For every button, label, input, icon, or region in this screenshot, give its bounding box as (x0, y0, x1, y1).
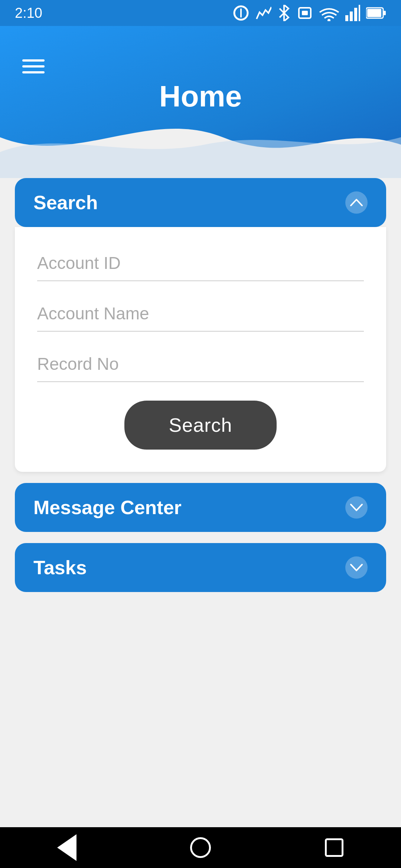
svg-rect-5 (345, 15, 348, 21)
hamburger-menu-button[interactable] (22, 56, 45, 77)
tasks-section: Tasks (15, 543, 386, 592)
tasks-chevron-down-icon (350, 563, 363, 572)
status-time: 2:10 (15, 5, 42, 21)
account-name-input[interactable] (37, 300, 364, 332)
search-section: Search Search (15, 178, 386, 472)
svg-rect-6 (350, 11, 353, 21)
search-collapse-icon (345, 191, 368, 214)
wave-decoration (0, 108, 401, 182)
status-bar: 2:10 (0, 0, 401, 26)
tasks-expand-icon (345, 556, 368, 579)
search-button-container: Search (37, 401, 364, 450)
main-content: Search Search M (0, 178, 401, 633)
message-center-header[interactable]: Message Center (15, 483, 386, 532)
svg-rect-10 (367, 9, 381, 17)
hamburger-line-1 (22, 59, 45, 62)
message-center-title: Message Center (33, 496, 182, 519)
signal1-icon (233, 5, 249, 21)
hamburger-line-2 (22, 65, 45, 68)
recent-icon (325, 838, 343, 857)
search-section-header[interactable]: Search (15, 178, 386, 227)
record-no-input[interactable] (37, 350, 364, 382)
tasks-header[interactable]: Tasks (15, 543, 386, 592)
svg-rect-3 (302, 11, 308, 15)
account-name-field (37, 300, 364, 332)
nav-back-button[interactable] (48, 835, 85, 861)
account-id-input[interactable] (37, 249, 364, 281)
search-section-title: Search (33, 191, 98, 214)
bluetooth-icon (277, 5, 291, 21)
message-center-section: Message Center (15, 483, 386, 532)
svg-rect-8 (359, 5, 360, 21)
nav-bar (0, 827, 401, 868)
chevron-down-icon (350, 503, 363, 512)
nav-recent-button[interactable] (316, 835, 353, 861)
battery-icon (366, 6, 386, 20)
svg-rect-11 (384, 11, 386, 15)
status-icons (233, 5, 386, 21)
search-button[interactable]: Search (124, 401, 277, 450)
nfc-icon (297, 5, 313, 21)
svg-point-4 (327, 19, 330, 21)
account-id-field (37, 249, 364, 281)
signal2-icon (255, 5, 271, 21)
svg-rect-7 (354, 8, 357, 21)
chevron-up-icon (350, 198, 363, 207)
back-icon (57, 834, 76, 861)
wifi-icon (319, 5, 339, 21)
message-center-expand-icon (345, 496, 368, 519)
header-hero: Home (0, 26, 401, 182)
cellular-icon (345, 5, 360, 21)
search-form-panel: Search (15, 227, 386, 472)
record-no-field (37, 350, 364, 382)
hamburger-line-3 (22, 71, 45, 73)
nav-home-button[interactable] (182, 835, 219, 861)
tasks-title: Tasks (33, 556, 87, 579)
home-icon (190, 837, 211, 858)
